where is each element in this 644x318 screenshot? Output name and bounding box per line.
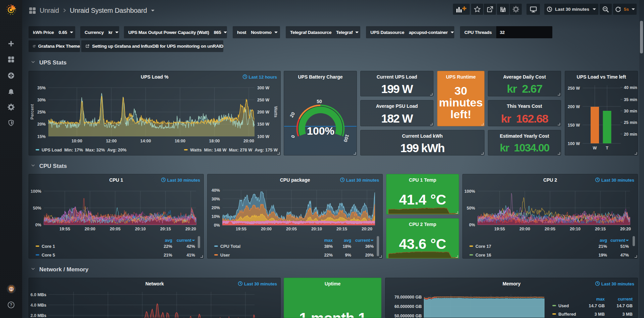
svg-text:10%: 10% bbox=[212, 214, 220, 219]
svg-text:250 W: 250 W bbox=[257, 98, 269, 102]
svg-text:14:00: 14:00 bbox=[140, 139, 151, 143]
svg-text:20:05: 20:05 bbox=[286, 227, 297, 231]
svg-text:18:00: 18:00 bbox=[209, 139, 220, 143]
svg-text:200 W: 200 W bbox=[257, 110, 269, 115]
svg-text:20:00: 20:00 bbox=[243, 139, 254, 143]
svg-text:250 W: 250 W bbox=[568, 86, 580, 91]
svg-text:20:20: 20:20 bbox=[620, 227, 631, 231]
svg-text:20:00: 20:00 bbox=[519, 227, 530, 231]
svg-text:150 W: 150 W bbox=[257, 122, 269, 127]
svg-text:19:55: 19:55 bbox=[494, 227, 505, 231]
svg-text:10:00: 10:00 bbox=[72, 139, 82, 143]
svg-text:20%: 20% bbox=[212, 206, 220, 210]
svg-text:25 min: 25 min bbox=[624, 120, 637, 125]
svg-text:20:15: 20:15 bbox=[160, 227, 171, 231]
svg-text:19:55: 19:55 bbox=[59, 227, 70, 231]
svg-text:20:00: 20:00 bbox=[261, 227, 272, 231]
svg-text:50%: 50% bbox=[467, 206, 475, 211]
svg-text:?: ? bbox=[10, 303, 12, 307]
svg-text:60.000000 GB: 60.000000 GB bbox=[395, 304, 422, 309]
svg-text:50.000000 GB: 50.000000 GB bbox=[395, 314, 422, 318]
svg-text:20:15: 20:15 bbox=[336, 227, 347, 231]
svg-text:20:20: 20:20 bbox=[185, 227, 196, 231]
svg-text:20:00: 20:00 bbox=[85, 227, 95, 231]
svg-text:100 W: 100 W bbox=[257, 134, 269, 139]
svg-text:300 W: 300 W bbox=[257, 86, 269, 90]
svg-text:50: 50 bbox=[317, 99, 322, 104]
svg-text:150 W: 150 W bbox=[568, 123, 580, 128]
svg-text:Watts: Watts bbox=[273, 106, 278, 118]
svg-text:19:55: 19:55 bbox=[236, 227, 246, 231]
svg-text:20:05: 20:05 bbox=[110, 227, 121, 231]
svg-text:30%: 30% bbox=[212, 197, 220, 201]
svg-text:0%: 0% bbox=[469, 223, 475, 227]
svg-text:35 min: 35 min bbox=[624, 97, 637, 102]
svg-text:20 min: 20 min bbox=[624, 132, 637, 137]
svg-text:100%: 100% bbox=[464, 189, 475, 194]
svg-text:0%: 0% bbox=[214, 223, 220, 228]
svg-text:40%: 40% bbox=[212, 188, 220, 193]
svg-text:40 min: 40 min bbox=[624, 85, 637, 90]
svg-text:W: W bbox=[593, 146, 597, 150]
svg-text:200 W: 200 W bbox=[568, 104, 580, 109]
svg-text:20: 20 bbox=[289, 111, 296, 118]
svg-text:20:15: 20:15 bbox=[595, 227, 606, 231]
svg-text:12:00: 12:00 bbox=[106, 139, 117, 143]
svg-text:16:00: 16:00 bbox=[175, 139, 185, 143]
svg-text:20:05: 20:05 bbox=[545, 227, 555, 231]
svg-text:20:10: 20:10 bbox=[135, 227, 146, 231]
svg-text:30 min: 30 min bbox=[624, 109, 637, 113]
svg-text:20:10: 20:10 bbox=[311, 227, 322, 231]
svg-text:20:10: 20:10 bbox=[570, 227, 581, 231]
svg-text:T: T bbox=[606, 146, 608, 150]
svg-text:100 W: 100 W bbox=[568, 141, 580, 146]
svg-text:20:20: 20:20 bbox=[362, 227, 372, 231]
